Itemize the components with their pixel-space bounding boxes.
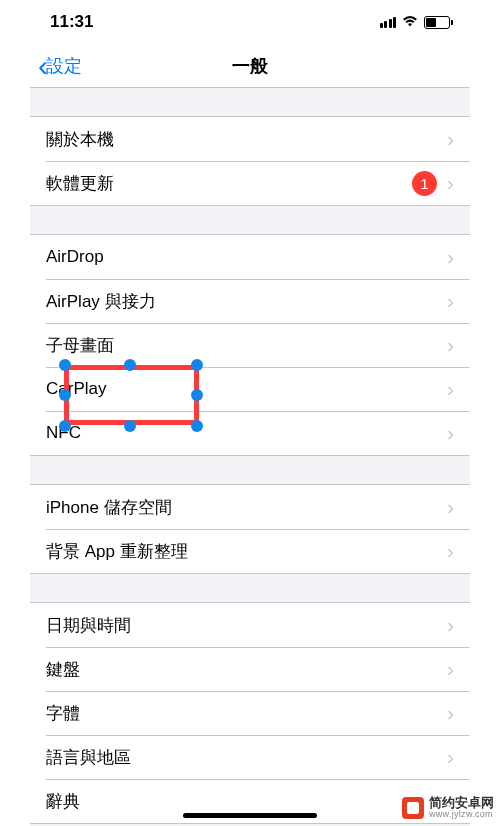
section-about: 關於本機 › 軟體更新 1 › (30, 116, 470, 206)
row-keyboard[interactable]: 鍵盤 › (30, 647, 470, 691)
watermark-text: 简约安卓网 www.jylzw.com (429, 796, 494, 820)
row-background-refresh[interactable]: 背景 App 重新整理 › (30, 529, 470, 573)
row-storage[interactable]: iPhone 儲存空間 › (30, 485, 470, 529)
wifi-icon (401, 13, 419, 31)
back-label: 設定 (46, 54, 82, 78)
battery-icon (424, 16, 450, 29)
row-label: AirPlay 與接力 (46, 290, 447, 313)
navigation-bar: ‹ 設定 一般 (30, 44, 470, 88)
row-label: 字體 (46, 702, 447, 725)
chevron-right-icon: › (447, 495, 454, 519)
row-about[interactable]: 關於本機 › (30, 117, 470, 161)
status-indicators (380, 13, 451, 31)
chevron-right-icon: › (447, 245, 454, 269)
chevron-right-icon: › (447, 613, 454, 637)
status-bar: 11:31 (30, 0, 470, 44)
back-button[interactable]: ‹ 設定 (38, 51, 82, 81)
row-label: iPhone 儲存空間 (46, 496, 447, 519)
row-label: NFC (46, 423, 447, 443)
section-connectivity: AirDrop › AirPlay 與接力 › 子母畫面 › CarPlay ›… (30, 234, 470, 456)
chevron-right-icon: › (447, 539, 454, 563)
row-pip[interactable]: 子母畫面 › (30, 323, 470, 367)
chevron-right-icon: › (447, 171, 454, 195)
phone-screen: 11:31 ‹ 設定 一般 關於本機 › 軟體更新 1 › (30, 0, 470, 826)
row-nfc[interactable]: NFC › (30, 411, 470, 455)
row-language-region[interactable]: 語言與地區 › (30, 735, 470, 779)
row-datetime[interactable]: 日期與時間 › (30, 603, 470, 647)
watermark-url: www.jylzw.com (429, 810, 494, 820)
chevron-right-icon: › (447, 333, 454, 357)
row-label: 日期與時間 (46, 614, 447, 637)
watermark: 简约安卓网 www.jylzw.com (402, 796, 494, 820)
row-label: CarPlay (46, 379, 447, 399)
row-label: AirDrop (46, 247, 447, 267)
update-badge: 1 (412, 171, 437, 196)
row-airdrop[interactable]: AirDrop › (30, 235, 470, 279)
section-storage: iPhone 儲存空間 › 背景 App 重新整理 › (30, 484, 470, 574)
chevron-right-icon: › (447, 657, 454, 681)
row-software-update[interactable]: 軟體更新 1 › (30, 161, 470, 205)
row-label: 辭典 (46, 790, 447, 813)
chevron-right-icon: › (447, 701, 454, 725)
row-carplay[interactable]: CarPlay › (30, 367, 470, 411)
row-label: 語言與地區 (46, 746, 447, 769)
chevron-right-icon: › (447, 421, 454, 445)
home-indicator[interactable] (183, 813, 317, 818)
chevron-right-icon: › (447, 127, 454, 151)
row-airplay[interactable]: AirPlay 與接力 › (30, 279, 470, 323)
watermark-name: 简约安卓网 (429, 796, 494, 810)
chevron-right-icon: › (447, 377, 454, 401)
section-system: 日期與時間 › 鍵盤 › 字體 › 語言與地區 › 辭典 › (30, 602, 470, 824)
page-title: 一般 (30, 54, 470, 78)
chevron-right-icon: › (447, 745, 454, 769)
row-label: 子母畫面 (46, 334, 447, 357)
row-label: 軟體更新 (46, 172, 412, 195)
row-label: 背景 App 重新整理 (46, 540, 447, 563)
watermark-logo-icon (402, 797, 424, 819)
row-label: 關於本機 (46, 128, 447, 151)
row-label: 鍵盤 (46, 658, 447, 681)
row-fonts[interactable]: 字體 › (30, 691, 470, 735)
chevron-right-icon: › (447, 289, 454, 313)
cellular-signal-icon (380, 17, 397, 28)
status-time: 11:31 (50, 12, 93, 32)
